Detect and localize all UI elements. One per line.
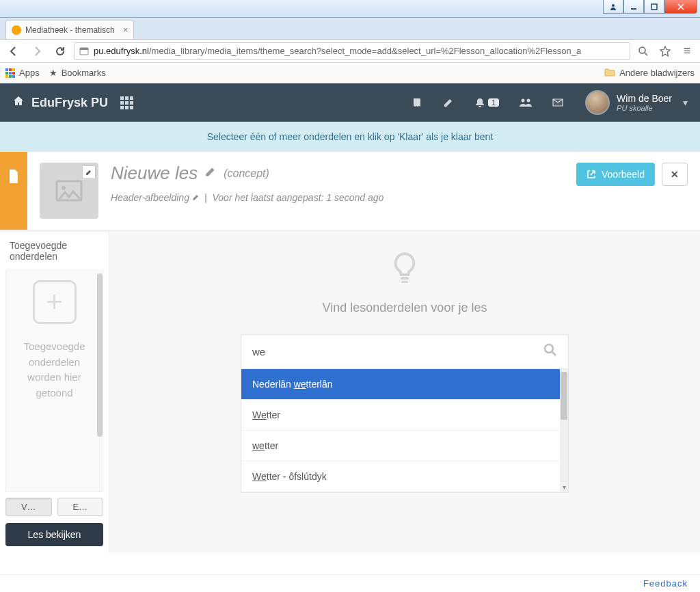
bookmarks-bar: Apps ★ Bookmarks Andere bladwijzers bbox=[0, 63, 700, 83]
scroll-down-icon[interactable]: ▾ bbox=[563, 483, 566, 491]
tab-close-icon[interactable]: × bbox=[119, 25, 129, 35]
browser-tab[interactable]: Mediatheek - thematisch × bbox=[5, 20, 134, 39]
concept-label: (concept) bbox=[224, 167, 269, 180]
external-link-icon bbox=[587, 170, 596, 179]
pencil-icon bbox=[204, 165, 217, 178]
view-lesson-button[interactable]: Les bekijken bbox=[5, 523, 103, 546]
sidebar: Toegevoegde onderdelen + Toegevoegde ond… bbox=[0, 232, 109, 553]
forward-button[interactable] bbox=[27, 42, 46, 61]
chevron-down-icon: ▾ bbox=[683, 97, 688, 108]
apps-label: Apps bbox=[19, 68, 40, 78]
back-button[interactable] bbox=[4, 42, 23, 61]
suggestions-dropdown: ▾ Nederlân wetterlânWetterwetterWetter -… bbox=[241, 369, 569, 493]
avatar bbox=[585, 90, 610, 115]
svg-point-7 bbox=[527, 99, 530, 103]
svg-rect-11 bbox=[401, 277, 409, 280]
os-close-button[interactable] bbox=[664, 0, 697, 14]
star-icon: ★ bbox=[49, 68, 57, 78]
close-icon: ✕ bbox=[671, 169, 679, 180]
suggestion-item[interactable]: Nederlân wetterlân bbox=[241, 369, 568, 400]
divider: | bbox=[204, 192, 207, 203]
close-button[interactable]: ✕ bbox=[662, 163, 688, 186]
dropdown-scrollbar[interactable]: ▾ bbox=[560, 369, 568, 492]
os-minimize-button[interactable] bbox=[623, 0, 644, 14]
book-icon[interactable] bbox=[407, 93, 427, 112]
svg-point-6 bbox=[522, 99, 525, 103]
other-bookmarks[interactable]: Andere bladwijzers bbox=[604, 67, 695, 79]
sidebar-heading: Toegevoegde onderdelen bbox=[0, 232, 109, 270]
group-icon[interactable] bbox=[515, 93, 536, 112]
footer: Feedback bbox=[0, 574, 700, 592]
tab-favicon bbox=[12, 25, 21, 35]
notifications-icon[interactable]: 1 bbox=[470, 93, 503, 112]
sidebar-empty-message: Toegevoegde onderdelen worden hier getoo… bbox=[12, 339, 97, 401]
suggestion-item[interactable]: Wetter - ôfslútdyk bbox=[241, 461, 568, 492]
url-path: /media_library/media_items/theme_search?… bbox=[149, 46, 581, 56]
header-image-label: Header-afbeelding bbox=[111, 192, 189, 203]
svg-point-10 bbox=[62, 186, 66, 190]
info-banner: Selecteer één of meer onderdelen en klik… bbox=[0, 122, 700, 152]
reload-button[interactable] bbox=[51, 42, 70, 61]
star-icon[interactable] bbox=[656, 42, 674, 60]
os-maximize-button[interactable] bbox=[644, 0, 664, 14]
sidebar-dropzone: + Toegevoegde onderdelen worden hier get… bbox=[5, 270, 103, 492]
edit-title-button[interactable] bbox=[204, 165, 217, 181]
os-titlebar bbox=[0, 0, 700, 18]
svg-rect-12 bbox=[401, 281, 408, 283]
last-modified: Voor het laatst aangepast: 1 second ago bbox=[213, 192, 384, 203]
header-image-thumb[interactable] bbox=[40, 163, 98, 219]
sidebar-btn-v[interactable]: V… bbox=[5, 498, 52, 516]
user-menu[interactable]: Wim de Boer PU skoalle ▾ bbox=[585, 90, 688, 115]
browser-toolbar: pu.edufrysk.nl/media_library/media_items… bbox=[0, 40, 700, 63]
edit-icon[interactable] bbox=[439, 93, 458, 112]
feedback-link[interactable]: Feedback bbox=[643, 578, 688, 589]
file-icon bbox=[8, 170, 19, 183]
user-name: Wim de Boer bbox=[617, 93, 672, 104]
preview-button[interactable]: Voorbeeld bbox=[576, 163, 655, 186]
bookmarks-label: Bookmarks bbox=[62, 68, 106, 78]
apps-shortcut[interactable]: Apps bbox=[5, 68, 40, 78]
address-bar[interactable]: pu.edufrysk.nl/media_library/media_items… bbox=[74, 42, 630, 60]
add-placeholder-icon: + bbox=[33, 280, 77, 324]
lightbulb-icon bbox=[388, 250, 421, 293]
site-info-icon bbox=[79, 46, 90, 57]
search-box[interactable] bbox=[241, 334, 569, 369]
search-icon[interactable] bbox=[543, 343, 557, 360]
os-user-button[interactable] bbox=[603, 0, 623, 14]
tab-title: Mediatheek - thematisch bbox=[25, 25, 115, 35]
bookmarks-shortcut[interactable]: ★ Bookmarks bbox=[49, 68, 106, 78]
lesson-header: Nieuwe les (concept) Header-afbeelding |… bbox=[0, 152, 700, 232]
other-bookmarks-label: Andere bladwijzers bbox=[619, 68, 695, 78]
banner-text: Selecteer één of meer onderdelen en klik… bbox=[207, 131, 494, 142]
sidebar-btn-e[interactable]: E… bbox=[57, 498, 104, 516]
user-subtitle: PU skoalle bbox=[617, 104, 672, 112]
edit-header-image-button[interactable] bbox=[192, 193, 202, 203]
notification-badge: 1 bbox=[488, 98, 499, 107]
folder-icon bbox=[604, 67, 615, 79]
scrollbar-thumb[interactable] bbox=[561, 372, 567, 420]
svg-point-0 bbox=[612, 4, 615, 7]
side-tab[interactable] bbox=[0, 152, 27, 230]
main-heading: Vind lesonderdelen voor je les bbox=[323, 301, 487, 315]
apps-grid-icon[interactable] bbox=[120, 96, 133, 109]
suggestion-item[interactable]: Wetter bbox=[241, 400, 568, 431]
brand[interactable]: EduFrysk PU bbox=[12, 95, 108, 111]
edit-image-button[interactable] bbox=[82, 165, 96, 179]
svg-point-13 bbox=[545, 345, 553, 353]
svg-rect-8 bbox=[553, 99, 563, 106]
zoom-icon[interactable] bbox=[634, 42, 652, 60]
apps-icon bbox=[5, 68, 15, 78]
image-placeholder-icon bbox=[54, 176, 84, 206]
url-host: pu.edufrysk.nl bbox=[94, 46, 149, 56]
browser-tabstrip: Mediatheek - thematisch × bbox=[0, 18, 700, 40]
mail-icon[interactable] bbox=[548, 93, 567, 112]
menu-button[interactable]: ≡ bbox=[678, 42, 696, 60]
search-input[interactable] bbox=[252, 346, 543, 358]
svg-point-5 bbox=[639, 47, 645, 53]
app-navbar: EduFrysk PU 1 Wim de Boer PU skoalle ▾ bbox=[0, 83, 700, 122]
svg-rect-2 bbox=[651, 4, 657, 10]
svg-rect-4 bbox=[80, 48, 88, 50]
lesson-title: Nieuwe les bbox=[111, 163, 198, 184]
svg-rect-1 bbox=[631, 8, 636, 10]
suggestion-item[interactable]: wetter bbox=[241, 431, 568, 461]
